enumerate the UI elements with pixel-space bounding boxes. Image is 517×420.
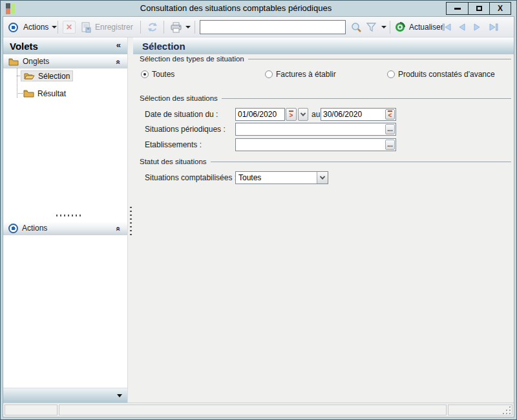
sidebar-splitter-handle[interactable] [56,215,82,216]
date-from-input[interactable] [235,108,285,121]
app-icon [6,3,16,14]
comptabilisees-select[interactable]: Toutes [235,171,328,184]
nav-prev-button[interactable] [458,17,466,37]
date-next-icon: > [290,112,293,119]
maximize-icon [476,6,482,11]
actions-icon [8,23,18,32]
filter-dropdown-button[interactable] [381,17,386,37]
sidebar-title: Volets [10,41,38,52]
print-button[interactable] [170,17,191,37]
collapse-sidebar-icon[interactable]: « [116,40,121,50]
radio-factures[interactable]: Factures à établir [265,70,336,79]
radio-icon[interactable] [387,70,395,78]
radio-label: Toutes [152,70,174,79]
main-header: Sélection [133,37,514,54]
periodiques-browse-button[interactable]: ... [385,124,395,134]
chevron-down-icon [185,26,191,28]
nav-last-icon [489,23,499,31]
nav-next-button[interactable] [473,17,481,37]
refresh-icon [147,22,158,32]
actions-group-header[interactable]: Actions « [3,221,127,235]
radio-label: Produits constatés d'avance [398,70,495,79]
minimize-icon [454,8,461,10]
periodiques-input[interactable] [236,123,383,135]
printer-icon [170,22,182,33]
etablissements-browse-button[interactable]: ... [385,140,395,150]
collapse-group-icon[interactable]: « [114,60,123,65]
maximize-button[interactable] [468,3,489,14]
date-prev-icon: < [388,112,392,119]
title-bar: Consultation des situations comptables p… [1,1,516,16]
date-to-picker-button[interactable]: < [385,109,395,120]
nav-prev-icon [458,23,466,31]
tree-item-resultat[interactable]: Résultat [21,88,69,99]
onglets-group-header[interactable]: Onglets « [3,54,127,68]
date-from-picker-button[interactable]: > [286,108,297,121]
close-button[interactable]: X [489,3,511,14]
radio-produits[interactable]: Produits constatés d'avance [387,70,495,79]
search-button[interactable] [351,17,362,37]
selected-value: Toutes [236,173,317,182]
etablissements-label: Etablissements : [145,140,202,149]
etablissements-input[interactable] [236,139,383,151]
search-icon [351,22,362,33]
folder-icon [8,58,19,66]
nav-last-button[interactable] [489,17,499,37]
radio-icon[interactable] [265,70,273,78]
window-body: Actions ✕ Enregistrer [3,16,514,417]
situations-legend: Sélection des situations [140,94,511,102]
actualiser-label: Actualiser [409,23,443,32]
chevron-down-icon [52,26,57,28]
sidebar-overflow-bar[interactable] [3,388,127,403]
actions-label: Actions [23,23,48,32]
date-label: Date de situation du : [145,110,218,119]
radio-label: Factures à établir [276,70,336,79]
refresh-button[interactable] [147,17,158,37]
panel-splitter[interactable] [128,37,133,403]
date-to-input[interactable] [321,109,385,120]
onglets-tree: Sélection Résultat [3,68,127,140]
delete-button[interactable]: ✕ [63,17,76,37]
content-area: Volets « Onglets « [3,37,514,403]
page-title: Sélection [142,41,185,52]
date-to-field: < [321,108,396,121]
combo-dropdown-button[interactable] [317,172,328,184]
radio-toutes[interactable]: Toutes [141,70,174,79]
actions-menu-button[interactable]: Actions [8,17,57,37]
window-controls: X [446,2,511,15]
splitter-handle [130,207,132,235]
date-from-dropdown-button[interactable] [298,108,308,121]
radio-icon[interactable] [141,70,149,78]
save-button[interactable]: Enregistrer [81,17,133,37]
separator [140,21,141,34]
toolbar: Actions ✕ Enregistrer [3,17,514,37]
delete-icon: ✕ [66,23,72,32]
tree-item-selection[interactable]: Sélection [21,70,73,81]
chevron-down-icon [381,26,386,28]
separator [58,21,58,34]
search-input[interactable] [200,20,346,34]
close-icon: X [498,4,503,13]
minimize-button[interactable] [447,3,468,14]
sidebar-header: Volets « [3,37,127,54]
status-cell-middle [59,404,447,415]
periodiques-field: ... [235,123,396,136]
nav-first-icon [441,23,452,31]
filter-button[interactable] [366,17,377,37]
statut-legend: Statut des situations [140,158,511,165]
overflow-arrow-icon [117,394,122,397]
resize-grip[interactable] [503,406,511,414]
chevron-down-icon [301,110,306,116]
actualiser-icon [395,22,405,32]
nav-first-button[interactable] [441,17,452,37]
window-title: Consultation des situations comptables p… [39,3,432,13]
save-icon [81,22,92,33]
folder-icon [23,89,34,98]
save-label: Enregistrer [95,23,133,32]
separator [164,21,164,34]
tree-item-label: Sélection [38,72,70,81]
collapse-group-icon[interactable]: « [114,227,123,231]
actualiser-button[interactable]: Actualiser [395,17,443,37]
nav-next-icon [473,23,481,31]
etablissements-field: ... [235,138,396,151]
